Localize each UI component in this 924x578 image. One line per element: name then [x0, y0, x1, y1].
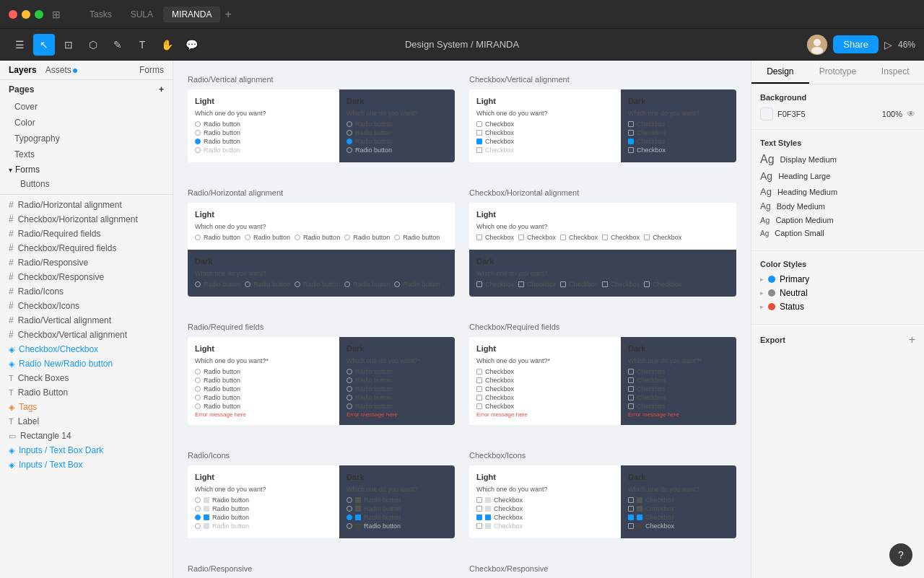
component-icon-5: ◈ — [9, 460, 14, 470]
layer-radio-horiz[interactable]: # Radio/Horizontal alignment — [0, 198, 173, 212]
page-typography[interactable]: Typography — [0, 131, 173, 146]
layer-checkbox-required[interactable]: # Checkbox/Required fields — [0, 241, 173, 255]
add-page-btn[interactable]: + — [159, 84, 164, 95]
grid-icon[interactable]: ⊞ — [52, 9, 61, 20]
layer-checkbox-icons[interactable]: # Checkbox/Icons — [0, 299, 173, 313]
forms-child-buttons[interactable]: Buttons — [0, 177, 173, 191]
close-btn[interactable] — [9, 10, 17, 19]
layer-radio-vert[interactable]: # Radio/Vertical alignment — [0, 313, 173, 328]
rh-opt3: Radio button — [295, 234, 340, 241]
ts-display[interactable]: Ag Display Medium — [760, 153, 915, 166]
tab-miranda[interactable]: MIRANDA — [163, 6, 220, 22]
tab-add[interactable]: + — [222, 8, 234, 21]
layer-rect14[interactable]: ▭ Rectangle 14 — [0, 429, 173, 443]
export-add-btn[interactable]: + — [909, 333, 915, 346]
rv-opt1: Radio button — [195, 121, 332, 128]
ch-dark-options: Checkbox Checkbox Checkbox Checkbox Chec… — [476, 281, 729, 289]
checkbox-required-frame: Light Which one do you want?* Checkbox C… — [469, 337, 736, 425]
ri-dark-label: Dark — [346, 473, 448, 481]
component-icon-4: ◈ — [9, 446, 14, 455]
radio-vertical-dark: Dark Which one do you want? Radio button… — [339, 89, 455, 162]
ci-dark-opt3: Checkbox — [628, 514, 729, 521]
maximize-btn[interactable] — [35, 10, 43, 19]
cr-dark-label: Dark — [628, 344, 729, 353]
neutral-dot — [768, 289, 775, 297]
help-button[interactable]: ? — [889, 543, 912, 566]
radio-required-section: Radio/Required fields Light Which one do… — [188, 323, 455, 425]
share-button[interactable]: Share — [833, 35, 879, 53]
page-cover[interactable]: Cover — [0, 99, 173, 115]
shape-tool[interactable]: ⬡ — [82, 34, 104, 56]
checkbox-vertical-title: Checkbox/Vertical alignment — [469, 75, 736, 84]
cr-opt5: Checkbox — [476, 403, 614, 410]
zoom-level[interactable]: 46% — [898, 40, 915, 50]
prototype-tab[interactable]: Prototype — [809, 61, 867, 84]
hand-tool[interactable]: ✋ — [156, 34, 178, 56]
chevron-icon: ▾ — [9, 166, 12, 174]
design-tab[interactable]: Design — [751, 61, 809, 84]
component-icon-2: ◈ — [9, 359, 14, 369]
layers-tab[interactable]: Layers — [9, 65, 37, 75]
cv-opt2: Checkbox — [476, 129, 614, 136]
ts-heading-lg[interactable]: Ag Heading Large — [760, 170, 915, 182]
comment-tool[interactable]: 💬 — [180, 34, 202, 56]
play-button[interactable]: ▷ — [884, 39, 892, 51]
layer-radio-button[interactable]: T Radio Button — [0, 385, 173, 400]
cs-neutral[interactable]: ▸ Neutral — [760, 288, 915, 298]
page-color[interactable]: Color — [0, 115, 173, 131]
cr-dark-opt2: Checkbox — [628, 377, 729, 384]
bg-row: F0F3F5 100% 👁 — [760, 108, 915, 121]
pen-tool[interactable]: ✎ — [107, 34, 128, 56]
minimize-btn[interactable] — [22, 10, 30, 19]
tab-sula[interactable]: SULA — [122, 6, 162, 22]
layer-radio-responsive[interactable]: # Radio/Responsive — [0, 255, 173, 270]
layer-tags[interactable]: ◈ Tags — [0, 400, 173, 414]
cv-question: Which one do you want? — [476, 110, 614, 117]
select-tool[interactable]: ↖ — [33, 34, 55, 56]
layer-input-dark[interactable]: ◈ Inputs / Text Box Dark — [0, 443, 173, 457]
text-tool[interactable]: T — [131, 34, 153, 56]
checkbox-horiz-dark: Dark Which one do you want? Checkbox Che… — [469, 250, 736, 297]
cs-primary[interactable]: ▸ Primary — [760, 274, 915, 284]
rh-dark-opt3: Radio button — [295, 281, 340, 288]
cv-light-label: Light — [476, 97, 614, 105]
layer-checkbox-checkbox[interactable]: ◈ Checkbox/Checkbox — [0, 342, 173, 356]
layer-checkbox-horiz[interactable]: # Checkbox/Horizontal alignment — [0, 212, 173, 227]
assets-tab[interactable]: Assets — [45, 65, 77, 75]
ag-caption-sm: Ag — [760, 229, 769, 237]
right-panel: Design Prototype Inspect Background F0F3… — [751, 61, 924, 578]
forms-parent[interactable]: ▾ Forms — [0, 162, 173, 177]
visibility-icon[interactable]: 👁 — [907, 109, 915, 119]
forms-label[interactable]: Forms — [139, 65, 164, 75]
checkbox-responsive-title: Checkbox/Responsive — [469, 564, 736, 573]
canvas-area[interactable]: Radio/Vertical alignment Light Which one… — [173, 61, 751, 578]
radio-vertical-section: Radio/Vertical alignment Light Which one… — [188, 75, 455, 162]
cs-status[interactable]: ▸ Status — [760, 302, 915, 312]
ts-caption-sm[interactable]: Ag Caption Small — [760, 229, 915, 237]
checkbox-vertical-frame: Light Which one do you want? Checkbox Ch… — [469, 89, 736, 162]
frame-tool[interactable]: ⊡ — [58, 34, 79, 56]
avatar — [807, 35, 827, 55]
layer-checkbox-responsive[interactable]: # Checkbox/Responsive — [0, 270, 173, 284]
color-styles-title: Color Styles — [760, 260, 915, 268]
toolbar-right: Share ▷ 46% — [807, 35, 915, 55]
page-texts[interactable]: Texts — [0, 146, 173, 162]
layer-check-boxes[interactable]: T Check Boxes — [0, 371, 173, 385]
ri-question: Which one do you want? — [195, 486, 332, 493]
hash-icon-4: # — [9, 243, 14, 253]
ag-display: Ag — [760, 153, 775, 166]
ts-body[interactable]: Ag Body Medium — [760, 201, 915, 211]
layer-label[interactable]: T Label — [0, 414, 173, 429]
ci-opt4: Checkbox — [476, 522, 614, 530]
layer-checkbox-vert[interactable]: # Checkbox/Vertical alignment — [0, 328, 173, 342]
layer-radio-new[interactable]: ◈ Radio New/Radio button — [0, 356, 173, 371]
layer-input[interactable]: ◈ Inputs / Text Box — [0, 457, 173, 472]
menu-btn[interactable]: ☰ — [9, 34, 30, 56]
layer-radio-icons[interactable]: # Radio/Icons — [0, 284, 173, 299]
inspect-tab[interactable]: Inspect — [866, 61, 924, 84]
tab-tasks[interactable]: Tasks — [81, 6, 121, 22]
ts-heading-md[interactable]: Ag Heading Medium — [760, 186, 915, 197]
ts-caption[interactable]: Ag Caption Medium — [760, 216, 915, 224]
layer-radio-required[interactable]: # Radio/Required fields — [0, 227, 173, 241]
bg-color-swatch[interactable] — [760, 108, 773, 121]
